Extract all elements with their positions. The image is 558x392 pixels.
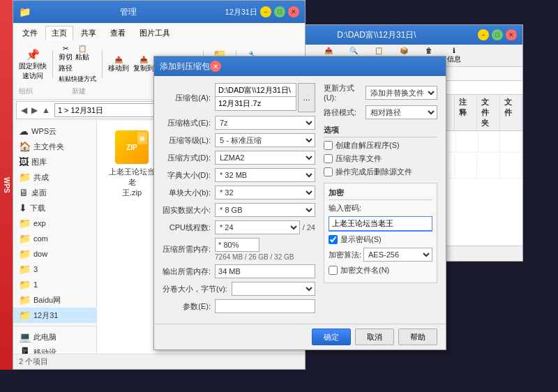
cancel-btn[interactable]: 取消 xyxy=(355,329,394,345)
show-password-checkbox[interactable] xyxy=(329,235,338,244)
window-controls-2: − □ ✕ xyxy=(478,29,517,40)
back-btn[interactable]: ◀ xyxy=(20,105,29,115)
sidebar-item-downloads[interactable]: ⬇下载 xyxy=(13,200,96,216)
encrypt-names-row: 加密文件名(N) xyxy=(329,265,432,276)
blocksize-label: 单块大小(b): xyxy=(163,188,215,198)
archive-path-label: 压缩包(A): xyxy=(163,93,215,103)
nav-buttons: ◀ ▶ ▲ xyxy=(20,105,52,115)
up-btn[interactable]: ▲ xyxy=(40,105,52,115)
cut-btn[interactable]: ✂剪切 xyxy=(59,45,73,62)
archive-path-row: 压缩包(A): D:\DAD富\\12月31日\ 12月31日.7z … xyxy=(163,83,315,112)
method-select[interactable]: LZMA2 LZMA BZip2 xyxy=(215,151,315,165)
sidebar-item-dec31[interactable]: 📁12月31 xyxy=(13,308,96,323)
cpu-max: / 24 xyxy=(303,223,315,232)
sidebar-item-home[interactable]: 🏠主文件夹 xyxy=(13,139,96,154)
delete-checkbox[interactable] xyxy=(324,167,333,176)
options-label: 选项 xyxy=(324,125,437,137)
update-select[interactable]: 添加并替换文件 xyxy=(365,86,437,100)
archive-dialog: 添加到压缩包 ✕ 压缩包(A): D:\DAD富\\12月31日\ 12月31日… xyxy=(153,56,446,350)
sidebar-item-wps[interactable]: ☁WPS云 xyxy=(13,123,96,139)
sidebar-item-exp[interactable]: 📁exp xyxy=(13,216,96,231)
clipboard-group: ✂剪切 📋粘贴 路径 粘贴快捷方式 xyxy=(59,45,96,84)
minimize-btn-2[interactable]: − xyxy=(478,29,489,40)
maximize-btn-2[interactable]: □ xyxy=(492,29,503,40)
sidebar-item-pc[interactable]: 💻此电脑 xyxy=(13,329,96,345)
split-row: 分卷大小，字节(v): xyxy=(163,282,315,296)
format-row: 压缩格式(E): 7z zip tar xyxy=(163,116,315,130)
format-select[interactable]: 7z zip tar xyxy=(215,116,315,130)
archivesize-label: 输出所需内存: xyxy=(163,266,215,277)
params-label: 参数(E): xyxy=(163,301,215,312)
sidebar: ☁WPS云 🏠主文件夹 🖼图库 📁共成 🖥桌面 ⬇下载 📁exp 📁com xyxy=(13,121,97,354)
tab-file[interactable]: 文件 xyxy=(16,26,44,40)
sidebar-item-shared[interactable]: 📁共成 xyxy=(13,169,96,185)
solidsize-select[interactable]: * 8 GB 4 GB 16 GB xyxy=(215,203,315,217)
archive-name-value[interactable]: 12月31日.7z xyxy=(215,97,296,111)
password-input[interactable] xyxy=(329,216,432,232)
update-label: 更新方式(U): xyxy=(324,83,365,102)
sidebar-item-baidu[interactable]: 📁Baidu网 xyxy=(13,292,96,308)
sidebar-item-desktop[interactable]: 🖥桌面 xyxy=(13,185,96,200)
window-controls-1: − □ ✕ xyxy=(260,6,299,17)
forward-btn[interactable]: ▶ xyxy=(30,105,39,115)
status-bar-1: 2 个项目 xyxy=(13,354,305,369)
options-section: 选项 创建自解压程序(S) 压缩共享文件 操作完成后删除源文件 xyxy=(324,125,437,177)
cpu-select[interactable]: * 24 8 16 xyxy=(215,220,300,234)
status-text: 2 个项目 xyxy=(19,356,48,367)
sidebar-item-gallery[interactable]: 🖼图库 xyxy=(13,154,96,169)
tab-picture[interactable]: 图片工具 xyxy=(133,26,176,40)
opt-shared: 压缩共享文件 xyxy=(324,153,437,164)
explorer-title-1: 管理 xyxy=(35,6,223,18)
archivesize-row: 输出所需内存: 34 MB xyxy=(163,264,315,278)
params-row: 参数(E): xyxy=(163,299,315,313)
encrypt-names-checkbox[interactable] xyxy=(329,266,338,275)
dialog-close-btn[interactable]: ✕ xyxy=(210,61,221,72)
close-btn-1[interactable]: ✕ xyxy=(288,6,299,17)
solidsize-row: 固实数据大小: * 8 GB 4 GB 16 GB xyxy=(163,203,315,217)
sidebar-item-mobile[interactable]: 📱移动设 xyxy=(13,345,96,354)
cpu-row: CPU线程数: * 24 8 16 / 24 xyxy=(163,220,315,234)
pathmode-select[interactable]: 相对路径 xyxy=(365,105,437,119)
move-btn[interactable]: 📤移动到 xyxy=(108,56,129,73)
col-header-file: 文件 xyxy=(500,95,522,130)
split-label: 分卷大小，字节(v): xyxy=(163,284,232,294)
file-item-zip[interactable]: ZIP ▦ 上老王论坛当老王.zip xyxy=(104,128,160,347)
maximize-btn-1[interactable]: □ xyxy=(274,6,285,17)
sidebar-item-com[interactable]: 📁com xyxy=(13,231,96,246)
pin-btn[interactable]: 📌 固定到快 速访问 xyxy=(19,48,47,81)
sidebar-item-3[interactable]: 📁3 xyxy=(13,262,96,277)
cpu-label: CPU线程数: xyxy=(163,223,215,233)
blocksize-row: 单块大小(b): * 32 16 64 xyxy=(163,186,315,199)
archive-path-value: D:\DAD富\\12月31日\ xyxy=(215,83,296,97)
paste-btn[interactable]: 📋粘贴 xyxy=(75,45,89,62)
tab-home[interactable]: 主页 xyxy=(45,26,73,40)
minimize-btn-1[interactable]: − xyxy=(260,6,271,17)
browse-archive-btn[interactable]: … xyxy=(298,83,315,112)
method-label: 压缩方式(D): xyxy=(163,153,215,163)
path-btn[interactable]: 路径 xyxy=(59,63,96,73)
level-select[interactable]: 5 - 标准压缩 0 - 仅存储 9 - 极限压缩 xyxy=(215,133,315,147)
dialog-left: 压缩包(A): D:\DAD富\\12月31日\ 12月31日.7z … 压缩格… xyxy=(163,83,315,317)
copy-btn[interactable]: 📥复制到 xyxy=(133,56,154,73)
wordsize-select[interactable]: * 32 MB 16 MB 64 MB xyxy=(215,168,315,182)
split-select[interactable] xyxy=(232,282,315,296)
ok-btn[interactable]: 确定 xyxy=(312,329,351,345)
dialog-title: 添加到压缩包 xyxy=(160,61,210,73)
sidebar-item-1[interactable]: 📁1 xyxy=(13,277,96,292)
blocksize-select[interactable]: * 32 16 64 xyxy=(215,186,315,199)
close-btn-2[interactable]: ✕ xyxy=(506,29,517,40)
params-input[interactable] xyxy=(215,299,315,313)
tab-view[interactable]: 查看 xyxy=(104,26,132,40)
dialog-body: 压缩包(A): D:\DAD富\\12月31日\ 12月31日.7z … 压缩格… xyxy=(154,76,446,324)
wps-logo: WPS xyxy=(3,177,10,193)
sidebar-item-dow[interactable]: 📁dow xyxy=(13,246,96,262)
archivesize-value: 34 MB xyxy=(215,264,315,278)
encrypt-algo-select[interactable]: AES-256 ZipCrypto xyxy=(363,248,432,262)
tab-share[interactable]: 共享 xyxy=(75,26,103,40)
dialog-footer: 确定 取消 帮助 xyxy=(154,324,446,349)
pathmode-row: 路径模式: 相对路径 xyxy=(324,105,437,119)
shared-checkbox[interactable] xyxy=(324,154,333,163)
sfx-checkbox[interactable] xyxy=(324,141,333,150)
help-btn[interactable]: 帮助 xyxy=(398,329,437,345)
level-row: 压缩等级(L): 5 - 标准压缩 0 - 仅存储 9 - 极限压缩 xyxy=(163,133,315,147)
